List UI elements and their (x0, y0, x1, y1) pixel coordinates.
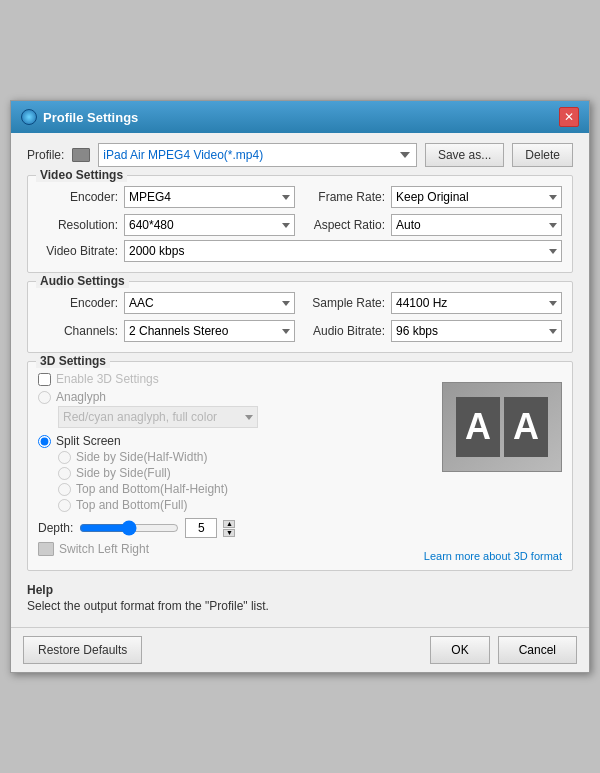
audio-encoder-row: Encoder: AAC (38, 292, 295, 314)
depth-input[interactable] (185, 518, 217, 538)
encoder-select[interactable]: MPEG4 (124, 186, 295, 208)
video-form-grid: Encoder: MPEG4 Frame Rate: Keep Original… (38, 186, 562, 236)
samplerate-label: Sample Rate: (305, 296, 385, 310)
help-title: Help (27, 583, 573, 597)
channels-select[interactable]: 2 Channels Stereo (124, 320, 295, 342)
switch-lr-label: Switch Left Right (59, 542, 149, 556)
learn-more-link[interactable]: Learn more about 3D format (424, 550, 562, 562)
switch-icon (38, 542, 54, 556)
audio-encoder-label: Encoder: (38, 296, 118, 310)
audio-settings-title: Audio Settings (36, 274, 129, 288)
subopt-0-label: Side by Side(Half-Width) (76, 450, 207, 464)
depth-down-button[interactable]: ▼ (223, 529, 235, 537)
subopt-1-radio[interactable] (58, 467, 71, 480)
close-button[interactable]: ✕ (559, 107, 579, 127)
depth-row: Depth: ▲ ▼ (38, 518, 562, 538)
delete-button[interactable]: Delete (512, 143, 573, 167)
preview-a-left: A (456, 397, 500, 457)
subopt-1-label: Side by Side(Full) (76, 466, 171, 480)
preview-a-right: A (504, 397, 548, 457)
splitscreen-label: Split Screen (56, 434, 121, 448)
app-icon (21, 109, 37, 125)
subopt-3-label: Top and Bottom(Full) (76, 498, 187, 512)
anaglyph-select[interactable]: Red/cyan anaglyph, full color (58, 406, 258, 428)
restore-defaults-button[interactable]: Restore Defaults (23, 636, 142, 664)
video-settings-title: Video Settings (36, 168, 127, 182)
audio-bitrate-label: Audio Bitrate: (305, 324, 385, 338)
samplerate-row: Sample Rate: 44100 Hz (305, 292, 562, 314)
depth-slider[interactable] (79, 520, 179, 536)
video-settings-section: Video Settings Encoder: MPEG4 Frame Rate… (27, 175, 573, 273)
profile-label: Profile: (27, 148, 64, 162)
aspectratio-select[interactable]: Auto (391, 214, 562, 236)
video-bitrate-select[interactable]: 2000 kbps (124, 240, 562, 262)
dialog-footer: Restore Defaults OK Cancel (11, 627, 589, 672)
dialog-title: Profile Settings (43, 110, 138, 125)
depth-label: Depth: (38, 521, 73, 535)
channels-row: Channels: 2 Channels Stereo (38, 320, 295, 342)
enable-3d-checkbox[interactable] (38, 373, 51, 386)
enable-3d-label: Enable 3D Settings (56, 372, 159, 386)
channels-label: Channels: (38, 324, 118, 338)
audio-encoder-select[interactable]: AAC (124, 292, 295, 314)
encoder-label: Encoder: (38, 190, 118, 204)
resolution-label: Resolution: (38, 218, 118, 232)
depth-spinners: ▲ ▼ (223, 520, 235, 537)
video-bitrate-row: Video Bitrate: 2000 kbps (38, 240, 562, 262)
save-as-button[interactable]: Save as... (425, 143, 504, 167)
cancel-button[interactable]: Cancel (498, 636, 577, 664)
settings-3d-title: 3D Settings (36, 354, 110, 368)
ok-button[interactable]: OK (430, 636, 489, 664)
samplerate-select[interactable]: 44100 Hz (391, 292, 562, 314)
subopt-2-row: Top and Bottom(Half-Height) (58, 482, 562, 496)
help-section: Help Select the output format from the "… (27, 579, 573, 617)
encoder-row: Encoder: MPEG4 (38, 186, 295, 208)
audio-settings-section: Audio Settings Encoder: AAC Sample Rate:… (27, 281, 573, 353)
framerate-select[interactable]: Keep Original (391, 186, 562, 208)
preview-aa: A A (456, 397, 548, 457)
dialog-content: Profile: iPad Air MPEG4 Video(*.mp4) Sav… (11, 133, 589, 627)
framerate-label: Frame Rate: (305, 190, 385, 204)
profile-settings-dialog: Profile Settings ✕ Profile: iPad Air MPE… (10, 100, 590, 673)
aspectratio-label: Aspect Ratio: (305, 218, 385, 232)
audio-bitrate-row: Audio Bitrate: 96 kbps (305, 320, 562, 342)
subopt-0-radio[interactable] (58, 451, 71, 464)
anaglyph-label: Anaglyph (56, 390, 106, 404)
subopt-3-radio[interactable] (58, 499, 71, 512)
anaglyph-radio[interactable] (38, 391, 51, 404)
profile-row: Profile: iPad Air MPEG4 Video(*.mp4) Sav… (27, 143, 573, 167)
resolution-select[interactable]: 640*480 (124, 214, 295, 236)
settings-3d-section: 3D Settings A A Enable 3D Settings Anagl… (27, 361, 573, 571)
title-bar: Profile Settings ✕ (11, 101, 589, 133)
profile-icon (72, 148, 90, 162)
framerate-row: Frame Rate: Keep Original (305, 186, 562, 208)
profile-select[interactable]: iPad Air MPEG4 Video(*.mp4) (98, 143, 417, 167)
subopt-2-label: Top and Bottom(Half-Height) (76, 482, 228, 496)
resolution-row: Resolution: 640*480 (38, 214, 295, 236)
3d-preview-box: A A (442, 382, 562, 472)
title-bar-left: Profile Settings (21, 109, 138, 125)
aspectratio-row: Aspect Ratio: Auto (305, 214, 562, 236)
video-bitrate-label: Video Bitrate: (38, 244, 118, 258)
depth-up-button[interactable]: ▲ (223, 520, 235, 528)
audio-bitrate-select[interactable]: 96 kbps (391, 320, 562, 342)
splitscreen-radio[interactable] (38, 435, 51, 448)
subopt-2-radio[interactable] (58, 483, 71, 496)
audio-form-grid: Encoder: AAC Sample Rate: 44100 Hz Chann… (38, 292, 562, 342)
subopt-3-row: Top and Bottom(Full) (58, 498, 562, 512)
footer-right: OK Cancel (430, 636, 577, 664)
help-text: Select the output format from the "Profi… (27, 599, 573, 613)
